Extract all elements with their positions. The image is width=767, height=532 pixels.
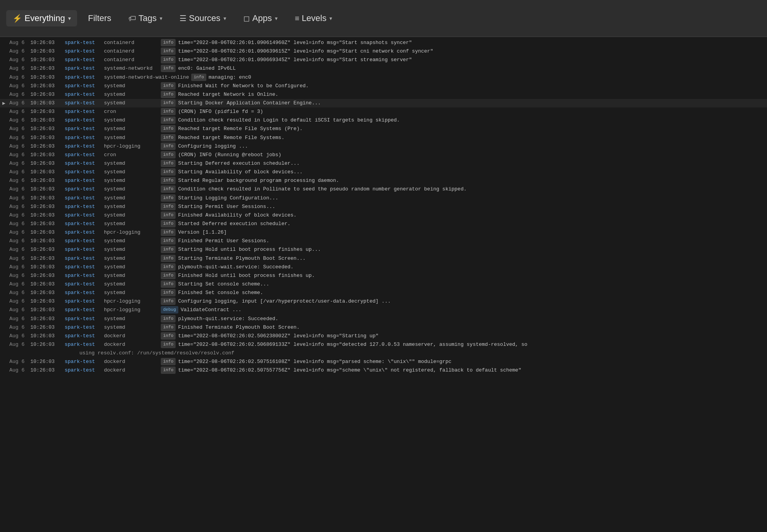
filters-button[interactable]: Filters: [82, 10, 118, 26]
log-row[interactable]: Aug 610:26:03spark-testsystemdinfoStarti…: [0, 254, 767, 263]
log-row[interactable]: Aug 610:26:03spark-testsystemdinfoReache…: [0, 125, 767, 133]
log-source[interactable]: spark-test: [65, 125, 102, 133]
log-source[interactable]: spark-test: [65, 56, 102, 64]
log-source[interactable]: spark-test: [65, 134, 102, 142]
log-source[interactable]: spark-test: [65, 315, 102, 323]
log-row[interactable]: Aug 610:26:03spark-testsystemdinfoFinish…: [0, 82, 767, 90]
log-row[interactable]: Aug 610:26:03spark-testsystemd-networkd-…: [0, 73, 767, 82]
log-source[interactable]: spark-test: [65, 272, 102, 280]
log-row[interactable]: Aug 610:26:03spark-testsystemdinfoStarti…: [0, 194, 767, 203]
log-row[interactable]: Aug 610:26:03spark-testsystemdinfoReache…: [0, 134, 767, 142]
log-source[interactable]: spark-test: [65, 48, 102, 55]
log-source[interactable]: spark-test: [65, 246, 102, 254]
log-row[interactable]: Aug 610:26:03spark-testsystemdinfoReache…: [0, 90, 767, 99]
log-source[interactable]: spark-test: [65, 39, 102, 47]
log-source[interactable]: spark-test: [65, 211, 102, 219]
log-source[interactable]: spark-test: [65, 177, 102, 185]
log-area[interactable]: Aug 610:26:03spark-testcontainerdinfotim…: [0, 37, 767, 532]
log-row[interactable]: Aug 610:26:03spark-testdockerdinfotime="…: [0, 332, 767, 340]
everything-button[interactable]: ⚡ Everything ▾: [6, 10, 77, 26]
log-source[interactable]: spark-test: [65, 220, 102, 228]
log-row[interactable]: Aug 610:26:03spark-testsystemdinfoCondit…: [0, 116, 767, 125]
log-message: Reached target Remote File Systems (Pre)…: [178, 125, 764, 133]
log-row[interactable]: Aug 610:26:03spark-testsystemdinfoplymou…: [0, 315, 767, 323]
log-row[interactable]: Aug 610:26:03spark-testhpcr-loggingdebug…: [0, 306, 767, 314]
everything-chevron: ▾: [68, 15, 71, 21]
log-row[interactable]: Aug 610:26:03spark-testcroninfo(CRON) IN…: [0, 151, 767, 159]
log-row[interactable]: Aug 610:26:03spark-testsystemdinfoFinish…: [0, 237, 767, 245]
log-source[interactable]: spark-test: [65, 280, 102, 288]
levels-button[interactable]: ≡ Levels ▾: [289, 10, 338, 26]
log-row[interactable]: Aug 610:26:03spark-testsystemdinfoFinish…: [0, 211, 767, 220]
log-row[interactable]: Aug 610:26:03spark-testsystemdinfoStarti…: [0, 280, 767, 289]
apps-button[interactable]: ◻ Apps ▾: [237, 10, 284, 26]
log-source[interactable]: spark-test: [65, 160, 102, 167]
log-time: 10:26:03: [30, 237, 62, 245]
log-level-badge: info: [161, 134, 176, 141]
log-row[interactable]: Aug 610:26:03spark-testsystemdinfoFinish…: [0, 289, 767, 297]
log-source[interactable]: spark-test: [65, 332, 102, 340]
log-row[interactable]: Aug 610:26:03spark-testsystemd-networkdi…: [0, 64, 767, 73]
log-source[interactable]: spark-test: [65, 358, 102, 366]
log-date: Aug 6: [9, 237, 29, 245]
log-source[interactable]: spark-test: [65, 65, 102, 72]
log-message: Starting Hold until boot process finishe…: [178, 246, 764, 254]
log-row[interactable]: Aug 610:26:03spark-testcontainerdinfotim…: [0, 39, 767, 47]
log-time: 10:26:03: [30, 332, 62, 340]
log-row[interactable]: ▶Aug 610:26:03spark-testsystemdinfoStart…: [0, 99, 767, 107]
log-row-continuation: using resolv.conf: /run/systemd/resolve/…: [0, 349, 767, 358]
log-message: time="2022-08-06T02:26:01.090614960Z" le…: [178, 39, 764, 47]
log-source[interactable]: spark-test: [65, 366, 102, 374]
log-source[interactable]: spark-test: [65, 289, 102, 297]
log-source[interactable]: spark-test: [65, 194, 102, 202]
log-source[interactable]: spark-test: [65, 203, 102, 211]
log-source[interactable]: spark-test: [65, 143, 102, 150]
log-row[interactable]: Aug 610:26:03spark-testhpcr-logginginfoC…: [0, 297, 767, 306]
log-row[interactable]: Aug 610:26:03spark-testsystemdinfoFinish…: [0, 271, 767, 280]
log-source[interactable]: spark-test: [65, 341, 102, 349]
log-source[interactable]: spark-test: [65, 91, 102, 99]
tags-button[interactable]: 🏷 Tags ▾: [122, 10, 169, 26]
log-source[interactable]: spark-test: [65, 324, 102, 331]
log-row[interactable]: Aug 610:26:03spark-testhpcr-logginginfoV…: [0, 228, 767, 237]
log-row[interactable]: Aug 610:26:03spark-testsystemdinfoStarte…: [0, 220, 767, 228]
log-row[interactable]: Aug 610:26:03spark-testhpcr-logginginfoC…: [0, 142, 767, 151]
log-source[interactable]: spark-test: [65, 108, 102, 116]
log-level-badge: debug: [161, 306, 178, 314]
log-row[interactable]: Aug 610:26:03spark-testcontainerdinfotim…: [0, 56, 767, 64]
sources-button[interactable]: ☰ Sources ▾: [173, 10, 232, 26]
log-row[interactable]: Aug 610:26:03spark-testdockerdinfotime="…: [0, 366, 767, 375]
log-row[interactable]: Aug 610:26:03spark-testsystemdinfoStarte…: [0, 176, 767, 185]
log-row[interactable]: Aug 610:26:03spark-testsystemdinfoCondit…: [0, 185, 767, 194]
log-source[interactable]: spark-test: [65, 151, 102, 159]
log-source[interactable]: spark-test: [65, 306, 102, 314]
log-date: Aug 6: [9, 74, 29, 81]
log-time: 10:26:03: [30, 366, 62, 374]
log-source[interactable]: spark-test: [65, 298, 102, 305]
log-app: systemd: [104, 160, 158, 167]
log-source[interactable]: spark-test: [65, 168, 102, 176]
log-date: Aug 6: [9, 246, 29, 254]
log-source[interactable]: spark-test: [65, 255, 102, 262]
log-source[interactable]: spark-test: [65, 237, 102, 245]
log-source[interactable]: spark-test: [65, 263, 102, 271]
log-row[interactable]: Aug 610:26:03spark-testsystemdinfoStarti…: [0, 159, 767, 168]
log-row[interactable]: Aug 610:26:03spark-testsystemdinfoFinish…: [0, 323, 767, 332]
log-message: Finished Hold until boot process finishe…: [178, 272, 764, 280]
log-app: dockerd: [104, 332, 158, 340]
log-row[interactable]: Aug 610:26:03spark-testsystemdinfoStarti…: [0, 245, 767, 254]
log-source[interactable]: spark-test: [65, 74, 102, 81]
log-source[interactable]: spark-test: [65, 116, 102, 124]
log-source[interactable]: spark-test: [65, 185, 102, 193]
log-row[interactable]: Aug 610:26:03spark-testcontainerdinfotim…: [0, 47, 767, 56]
log-row[interactable]: Aug 610:26:03spark-testdockerdinfotime="…: [0, 340, 767, 349]
log-message: ValidateContract ...: [181, 306, 764, 314]
log-source[interactable]: spark-test: [65, 82, 102, 90]
log-source[interactable]: spark-test: [65, 229, 102, 236]
log-row[interactable]: Aug 610:26:03spark-testdockerdinfotime="…: [0, 358, 767, 366]
log-row[interactable]: Aug 610:26:03spark-testcroninfo(CRON) IN…: [0, 107, 767, 116]
log-row[interactable]: Aug 610:26:03spark-testsystemdinfoplymou…: [0, 263, 767, 271]
log-row[interactable]: Aug 610:26:03spark-testsystemdinfoStarti…: [0, 203, 767, 211]
log-source[interactable]: spark-test: [65, 99, 102, 107]
log-row[interactable]: Aug 610:26:03spark-testsystemdinfoStarti…: [0, 168, 767, 176]
